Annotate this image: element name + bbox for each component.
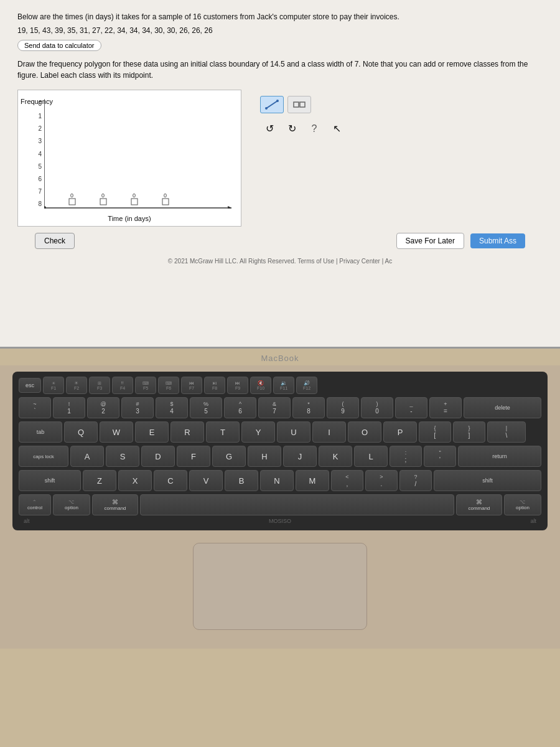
trackpad[interactable] <box>193 543 367 630</box>
check-button[interactable]: Check <box>35 233 75 249</box>
slash-key[interactable]: ?/ <box>399 470 432 491</box>
key-0[interactable]: )0 <box>361 397 393 418</box>
copyright-text: © 2021 McGraw Hill LLC. All Rights Reser… <box>17 255 543 270</box>
alt-left-label: alt <box>24 518 30 524</box>
pointer-button[interactable]: ↖ <box>327 122 346 136</box>
trackpad-area <box>12 530 548 636</box>
o-key[interactable]: O <box>348 421 381 443</box>
l-key[interactable]: L <box>354 446 388 467</box>
undo-button[interactable]: ↺ <box>260 122 279 136</box>
y-key[interactable]: Y <box>241 421 275 443</box>
problem-intro: Below are the times (in days) it takes f… <box>17 11 543 22</box>
right-shift-key[interactable]: shift <box>434 470 541 491</box>
b-key[interactable]: B <box>225 470 258 491</box>
line-tool-button[interactable] <box>260 96 284 113</box>
k-key[interactable]: K <box>319 446 352 467</box>
m-key[interactable]: M <box>296 470 329 491</box>
e-key[interactable]: E <box>135 421 169 443</box>
z-key[interactable]: Z <box>83 470 116 491</box>
return-key[interactable]: return <box>458 446 541 467</box>
tab-key[interactable]: tab <box>19 421 62 443</box>
semicolon-key[interactable]: :; <box>390 446 422 467</box>
key-2[interactable]: @2 <box>87 397 119 418</box>
bracket-close-key[interactable]: }] <box>453 421 485 443</box>
graph-svg[interactable]: 0 0 0 0 <box>44 99 235 209</box>
left-option-key[interactable]: ⌥ option <box>53 494 90 515</box>
bracket-open-key[interactable]: {[ <box>419 421 451 443</box>
key-9[interactable]: (9 <box>327 397 359 418</box>
key-5[interactable]: %5 <box>190 397 222 418</box>
backspace-key[interactable]: delete <box>464 397 541 418</box>
svg-text:0: 0 <box>70 192 73 199</box>
comma-key[interactable]: <, <box>331 470 363 491</box>
i-key[interactable]: I <box>312 421 346 443</box>
g-key[interactable]: G <box>212 446 246 467</box>
s-key[interactable]: S <box>106 446 139 467</box>
graph-container[interactable]: Frequency 8 7 6 5 4 3 2 1 0 <box>17 90 241 227</box>
f-key[interactable]: F <box>177 446 210 467</box>
data-values: 19, 15, 43, 39, 35, 31, 27, 22, 34, 34, … <box>17 25 543 36</box>
c-key[interactable]: C <box>154 470 187 491</box>
v-key[interactable]: V <box>189 470 223 491</box>
r-key[interactable]: R <box>170 421 204 443</box>
y-ticks: 8 7 6 5 4 3 2 1 0 <box>18 99 44 209</box>
f2-key[interactable]: ☀ F2 <box>66 377 87 394</box>
left-command-key[interactable]: ⌘ command <box>92 494 138 515</box>
esc-key[interactable]: esc <box>19 378 41 393</box>
q-key[interactable]: Q <box>64 421 98 443</box>
key-equals[interactable]: += <box>429 397 462 418</box>
svg-rect-5 <box>100 199 106 205</box>
f11-key[interactable]: 🔉 F11 <box>273 377 294 394</box>
key-7[interactable]: &7 <box>258 397 291 418</box>
tilde-key[interactable]: ~` <box>19 397 51 418</box>
redo-button[interactable]: ↻ <box>282 122 301 136</box>
f1-key[interactable]: ☀ F1 <box>43 377 64 394</box>
qwerty-row: tab Q W E R T Y U I O P {[ }] |\ <box>19 421 541 443</box>
keyboard-area: esc ☀ F1 ☀ F2 ⊞ F3 <box>0 365 560 649</box>
svg-rect-7 <box>162 199 169 205</box>
x-key[interactable]: X <box>118 470 152 491</box>
submit-button[interactable]: Submit Ass <box>470 233 525 248</box>
right-command-key[interactable]: ⌘ command <box>456 494 502 515</box>
f5-key[interactable]: ⌨ F5 <box>135 377 156 394</box>
send-data-button[interactable]: Send data to calculator <box>17 40 101 51</box>
d-key[interactable]: D <box>141 446 175 467</box>
dot-tool-button[interactable] <box>287 96 311 113</box>
key-4[interactable]: $4 <box>156 397 188 418</box>
svg-point-14 <box>265 107 268 110</box>
key-3[interactable]: #3 <box>121 397 154 418</box>
u-key[interactable]: U <box>277 421 310 443</box>
t-key[interactable]: T <box>206 421 240 443</box>
key-8[interactable]: *8 <box>292 397 325 418</box>
f9-key[interactable]: ⏭ F9 <box>227 377 248 394</box>
quote-key[interactable]: "' <box>424 446 456 467</box>
key-1[interactable]: !1 <box>53 397 85 418</box>
p-key[interactable]: P <box>383 421 417 443</box>
left-shift-key[interactable]: shift <box>19 470 81 491</box>
save-button[interactable]: Save For Later <box>396 233 464 249</box>
brand-row: alt MOSISO alt <box>19 515 541 524</box>
f7-key[interactable]: ⏮ F7 <box>181 377 202 394</box>
j-key[interactable]: J <box>283 446 317 467</box>
f6-key[interactable]: ⌨ F6 <box>158 377 179 394</box>
space-key[interactable] <box>140 494 454 515</box>
f10-key[interactable]: 🔇 F10 <box>250 377 271 394</box>
backslash-key[interactable]: |\ <box>487 421 526 443</box>
help-button[interactable]: ? <box>305 122 324 136</box>
f3-key[interactable]: ⊞ F3 <box>89 377 110 394</box>
h-key[interactable]: H <box>248 446 281 467</box>
caps-lock-key[interactable]: caps lock <box>19 446 68 467</box>
f4-key[interactable]: ⠿ F4 <box>112 377 133 394</box>
f12-key[interactable]: 🔊 F12 <box>296 377 317 394</box>
key-6[interactable]: ^6 <box>224 397 256 418</box>
w-key[interactable]: W <box>100 421 133 443</box>
control-key[interactable]: ⌃ control <box>19 494 51 515</box>
right-option-key[interactable]: ⌥ option <box>504 494 541 515</box>
a-key[interactable]: A <box>70 446 104 467</box>
key-minus[interactable]: _- <box>395 397 427 418</box>
period-key[interactable]: >. <box>365 470 398 491</box>
f8-key[interactable]: ⏯ F8 <box>204 377 225 394</box>
svg-point-15 <box>276 100 279 102</box>
svg-rect-16 <box>294 102 299 107</box>
n-key[interactable]: N <box>260 470 294 491</box>
